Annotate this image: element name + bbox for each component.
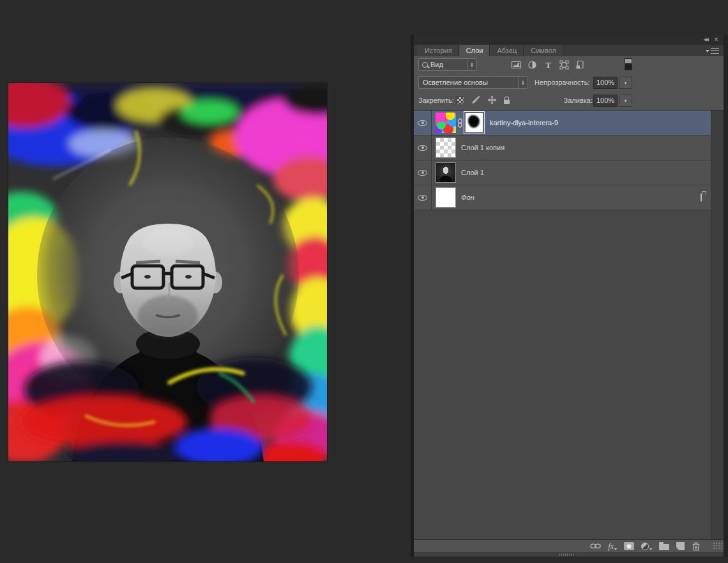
layer-row-kartiny[interactable]: kartiny-dlya-interera-9 [414, 111, 711, 135]
eye-icon [418, 170, 427, 176]
fill-label: Заливка: [561, 96, 593, 104]
lock-label: Закрепить: [418, 96, 454, 104]
canvas-artwork [8, 83, 327, 461]
filter-shape-layer-icon[interactable] [559, 60, 570, 70]
layer-row-layer1[interactable]: Слой 1 [414, 160, 711, 185]
toggle-top [625, 59, 632, 64]
stepper-down-icon: ▼ [522, 82, 525, 85]
canvas-document[interactable] [8, 83, 327, 461]
filter-kind-stepper[interactable]: ▲ ▼ [467, 59, 476, 70]
menu-triangle-icon [706, 50, 709, 52]
layer-mask-thumbnail[interactable] [466, 113, 483, 132]
opacity-label: Непрозрачность: [535, 79, 589, 86]
filter-adjustment-layer-icon[interactable] [527, 60, 538, 70]
menu-lines-icon [711, 48, 719, 54]
filtering-toggle-switch[interactable] [625, 58, 632, 70]
layer-style-fx-icon[interactable]: fx [608, 543, 617, 550]
panel-menu-icon[interactable] [706, 48, 719, 54]
eye-icon [418, 145, 427, 151]
link-layers-icon[interactable] [590, 542, 601, 550]
layer-row-background[interactable]: Фон [414, 185, 711, 210]
eye-icon [418, 120, 427, 126]
dropdown-arrow-icon: ▼ [624, 81, 628, 85]
panel-drag-handle[interactable] [559, 553, 573, 556]
delete-layer-trash-icon[interactable] [692, 542, 701, 551]
layer-name[interactable]: Слой 1 копия [461, 144, 504, 151]
blend-mode-stepper[interactable]: ▲ ▼ [518, 77, 527, 88]
lock-pixels-brush-icon[interactable] [471, 95, 480, 105]
tab-character[interactable]: Символ [524, 45, 563, 56]
new-layer-icon[interactable] [676, 542, 685, 550]
filter-kind-value: Вид [430, 61, 443, 68]
layers-footer-toolbar: fx [414, 539, 724, 552]
adjustment-dropdown-triangle-icon [649, 548, 652, 550]
opacity-value-field[interactable]: 100% [593, 77, 618, 89]
panel-tab-bar: История Слои Абзац Символ [414, 45, 724, 56]
tab-layers[interactable]: Слои [459, 45, 490, 56]
filter-pixel-layer-icon[interactable] [511, 60, 522, 70]
fill-value-field[interactable]: 100% [593, 95, 618, 107]
filter-smart-object-icon[interactable] [575, 60, 586, 70]
layer-row-layer1-copy[interactable]: Слой 1 копия [414, 135, 711, 160]
dropdown-arrow-icon: ▼ [624, 99, 628, 103]
layer-rows: kartiny-dlya-interera-9 Слой 1 копия Сло… [414, 111, 711, 210]
layer-name[interactable]: kartiny-dlya-interera-9 [490, 119, 558, 127]
layer-mask-selected-frame [464, 111, 485, 134]
layer-thumbnail-transparent[interactable] [436, 137, 456, 158]
panel-right-strip [724, 35, 728, 557]
visibility-cell[interactable] [414, 111, 432, 135]
layers-panel: ◀◀ × История Слои Абзац Символ Вид ▲ ▼ [414, 35, 724, 557]
filter-kind-combo[interactable]: Вид ▲ ▼ [418, 58, 477, 71]
new-group-folder-icon[interactable] [659, 542, 669, 550]
close-panel-icon[interactable]: × [714, 35, 718, 45]
blend-mode-value: Осветление основы [423, 79, 488, 86]
panel-titlebar: ◀◀ × [414, 35, 724, 45]
mask-link-icon[interactable] [457, 118, 463, 128]
add-layer-mask-icon[interactable] [624, 542, 634, 550]
mask-blob [467, 114, 481, 128]
collapse-panel-icon[interactable]: ◀◀ [703, 37, 708, 42]
tab-history[interactable]: История [418, 45, 459, 56]
lock-transparency-icon[interactable] [457, 96, 464, 104]
lock-position-move-icon[interactable] [487, 95, 497, 106]
layer-name[interactable]: Слой 1 [461, 169, 484, 176]
visibility-cell[interactable] [414, 160, 432, 185]
visibility-cell[interactable] [414, 135, 432, 160]
layers-scroll-track[interactable] [711, 111, 724, 539]
visibility-cell[interactable] [414, 185, 432, 210]
lock-icons [457, 95, 510, 105]
new-adjustment-layer-icon[interactable] [641, 543, 652, 550]
layers-controls: Вид ▲ ▼ T Осветл [414, 56, 724, 111]
layers-list: kartiny-dlya-interera-9 Слой 1 копия Сло… [414, 111, 724, 539]
layer-filter-icons: T [511, 60, 586, 70]
opacity-dropdown-button[interactable]: ▼ [619, 77, 632, 89]
blend-mode-combo[interactable]: Осветление основы ▲ ▼ [418, 76, 528, 89]
stepper-down-icon: ▼ [471, 65, 474, 67]
lock-all-icon[interactable] [504, 100, 510, 104]
panel-bottom-edge [414, 552, 724, 557]
eye-icon [418, 195, 427, 201]
layer-thumbnail-white[interactable] [436, 187, 456, 208]
panel-resize-grip[interactable] [713, 542, 722, 550]
layer-name[interactable]: Фон [461, 194, 474, 201]
fill-dropdown-button[interactable]: ▼ [619, 95, 632, 107]
layer-thumbnail-artwork[interactable] [436, 112, 456, 133]
search-icon [422, 62, 428, 68]
toggle-bottom [625, 64, 632, 70]
fx-dropdown-triangle-icon [614, 548, 617, 550]
tab-paragraph[interactable]: Абзац [490, 45, 524, 56]
fx-label: fx [608, 543, 614, 550]
background-lock-icon [701, 194, 702, 201]
filter-type-layer-icon[interactable]: T [543, 60, 554, 70]
layer-thumbnail-portrait[interactable] [436, 162, 456, 183]
